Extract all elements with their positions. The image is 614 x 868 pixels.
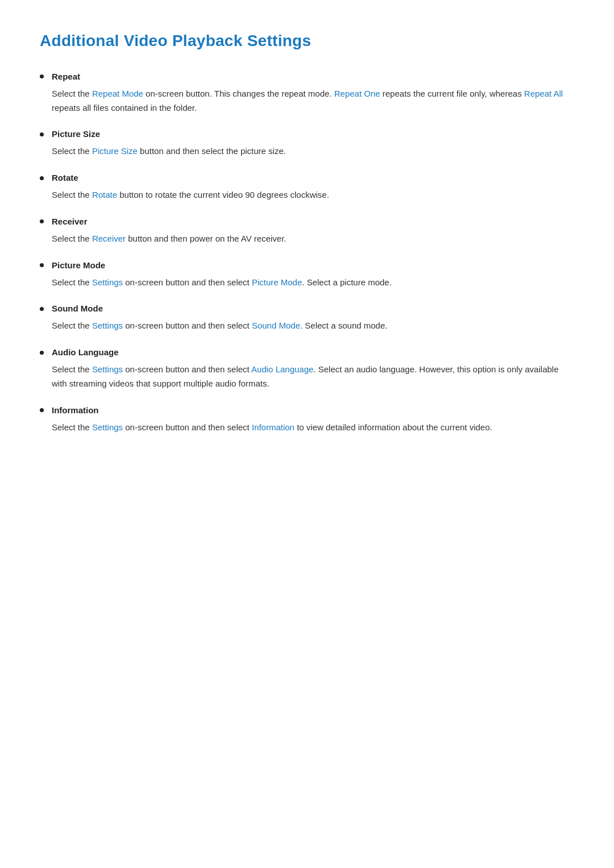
bullet-icon bbox=[40, 263, 44, 267]
plain-text: Select the bbox=[52, 89, 92, 98]
plain-text: repeats the current file only, whereas bbox=[380, 89, 524, 98]
item-heading-sound-mode: Sound Mode bbox=[40, 302, 574, 315]
list-item-picture-size: Picture SizeSelect the Picture Size butt… bbox=[40, 127, 574, 159]
heading-text-picture-size: Picture Size bbox=[52, 127, 100, 141]
settings-list: RepeatSelect the Repeat Mode on-screen b… bbox=[40, 70, 574, 435]
plain-text: on-screen button and then select bbox=[123, 321, 252, 330]
heading-text-audio-language: Audio Language bbox=[52, 346, 119, 359]
item-desc-picture-mode: Select the Settings on-screen button and… bbox=[40, 276, 574, 290]
item-desc-repeat: Select the Repeat Mode on-screen button.… bbox=[40, 87, 574, 115]
plain-text: repeats all files contained in the folde… bbox=[52, 103, 197, 113]
heading-text-repeat: Repeat bbox=[52, 70, 80, 84]
heading-text-receiver: Receiver bbox=[52, 215, 88, 229]
plain-text: Select the bbox=[52, 234, 92, 243]
link-settings[interactable]: Settings bbox=[92, 277, 123, 287]
plain-text: to view detailed information about the c… bbox=[294, 422, 492, 432]
link-repeat-one[interactable]: Repeat One bbox=[334, 89, 380, 98]
heading-text-picture-mode: Picture Mode bbox=[52, 259, 105, 272]
link-receiver[interactable]: Receiver bbox=[92, 234, 126, 243]
item-desc-picture-size: Select the Picture Size button and then … bbox=[40, 144, 574, 159]
bullet-icon bbox=[40, 132, 44, 136]
item-desc-audio-language: Select the Settings on-screen button and… bbox=[40, 363, 574, 391]
link-picture-size[interactable]: Picture Size bbox=[92, 146, 138, 156]
item-desc-sound-mode: Select the Settings on-screen button and… bbox=[40, 319, 574, 333]
plain-text: button and then power on the AV receiver… bbox=[126, 234, 286, 243]
heading-text-rotate: Rotate bbox=[52, 171, 78, 185]
list-item-sound-mode: Sound ModeSelect the Settings on-screen … bbox=[40, 302, 574, 333]
plain-text: Select the bbox=[52, 364, 92, 374]
link-settings[interactable]: Settings bbox=[92, 321, 123, 330]
list-item-information: InformationSelect the Settings on-screen… bbox=[40, 404, 574, 435]
bullet-icon bbox=[40, 176, 44, 180]
plain-text: on-screen button. This changes the repea… bbox=[143, 89, 334, 98]
link-picture-mode[interactable]: Picture Mode bbox=[252, 277, 302, 287]
list-item-rotate: RotateSelect the Rotate button to rotate… bbox=[40, 171, 574, 202]
bullet-icon bbox=[40, 408, 44, 412]
item-heading-picture-size: Picture Size bbox=[40, 127, 574, 141]
plain-text: Select the bbox=[52, 277, 92, 287]
plain-text: on-screen button and then select bbox=[123, 277, 252, 287]
item-desc-receiver: Select the Receiver button and then powe… bbox=[40, 232, 574, 246]
list-item-repeat: RepeatSelect the Repeat Mode on-screen b… bbox=[40, 70, 574, 115]
plain-text: Select the bbox=[52, 321, 92, 330]
item-heading-information: Information bbox=[40, 404, 574, 417]
item-heading-repeat: Repeat bbox=[40, 70, 574, 84]
bullet-icon bbox=[40, 74, 44, 78]
plain-text: Select the bbox=[52, 422, 92, 432]
item-heading-audio-language: Audio Language bbox=[40, 346, 574, 359]
item-desc-rotate: Select the Rotate button to rotate the c… bbox=[40, 188, 574, 202]
item-heading-receiver: Receiver bbox=[40, 215, 574, 229]
link-settings[interactable]: Settings bbox=[92, 364, 123, 374]
bullet-icon bbox=[40, 307, 44, 311]
item-desc-information: Select the Settings on-screen button and… bbox=[40, 421, 574, 435]
list-item-audio-language: Audio LanguageSelect the Settings on-scr… bbox=[40, 346, 574, 391]
link-repeat-mode[interactable]: Repeat Mode bbox=[92, 89, 143, 98]
plain-text: on-screen button and then select bbox=[123, 422, 252, 432]
bullet-icon bbox=[40, 351, 44, 355]
plain-text: on-screen button and then select bbox=[123, 364, 251, 374]
plain-text: Select the bbox=[52, 190, 92, 200]
plain-text: Select the bbox=[52, 146, 92, 156]
item-heading-picture-mode: Picture Mode bbox=[40, 259, 574, 272]
plain-text: . Select a picture mode. bbox=[302, 277, 392, 287]
heading-text-information: Information bbox=[52, 404, 99, 417]
plain-text: button to rotate the current video 90 de… bbox=[117, 190, 329, 200]
list-item-receiver: ReceiverSelect the Receiver button and t… bbox=[40, 215, 574, 246]
list-item-picture-mode: Picture ModeSelect the Settings on-scree… bbox=[40, 259, 574, 290]
link-audio-language[interactable]: Audio Language bbox=[251, 364, 313, 374]
page-title: Additional Video Playback Settings bbox=[40, 28, 574, 54]
link-rotate[interactable]: Rotate bbox=[92, 190, 117, 200]
link-sound-mode[interactable]: Sound Mode bbox=[252, 321, 300, 330]
heading-text-sound-mode: Sound Mode bbox=[52, 302, 103, 315]
link-settings[interactable]: Settings bbox=[92, 422, 123, 432]
item-heading-rotate: Rotate bbox=[40, 171, 574, 185]
plain-text: button and then select the picture size. bbox=[138, 146, 286, 156]
plain-text: . Select a sound mode. bbox=[300, 321, 387, 330]
link-information[interactable]: Information bbox=[252, 422, 294, 432]
bullet-icon bbox=[40, 219, 44, 223]
link-repeat-all[interactable]: Repeat All bbox=[524, 89, 563, 98]
